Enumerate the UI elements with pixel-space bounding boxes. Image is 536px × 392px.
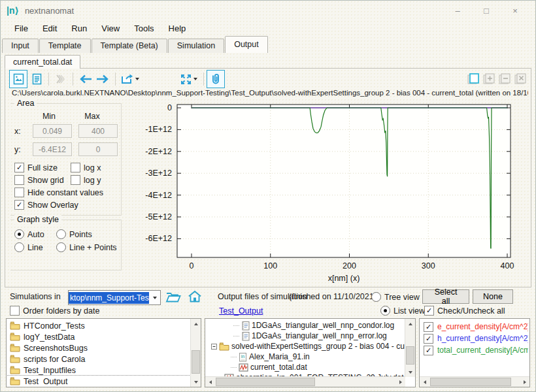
tree-view-radio[interactable]: Tree view [371,292,420,302]
scrollbar-thumb[interactable] [192,350,200,374]
fullscreen-button[interactable] [176,70,201,88]
checkbox-box[interactable] [14,188,24,197]
list-view-radio[interactable]: List view [380,306,425,316]
menu-tools[interactable]: Tools [127,22,161,35]
tree-item-solved-withexpertsettings-group-2-bias-0[interactable]: solved-withExpertSettings_group 2 - bias… [207,341,405,351]
tab-output[interactable]: Output [225,36,268,53]
radio-line-points[interactable]: Line + Points [56,242,119,252]
check-uncheck-all-box[interactable]: ✓ [424,306,434,316]
scroll-up-icon[interactable] [191,319,201,329]
scrollbar-thumb[interactable] [216,378,315,386]
checkbox-box[interactable]: ✓ [14,163,24,172]
graph-view-button[interactable] [9,70,27,88]
scroll-up-icon[interactable] [405,319,415,329]
radio-auto[interactable]: Auto [14,229,56,239]
tab-template-beta[interactable]: Template (Beta) [92,39,167,53]
list-view-radio-circle[interactable] [380,306,390,316]
folder-item-htcondor-tests[interactable]: HTCondor_Tests [7,320,190,331]
tab-current-total-dat[interactable]: current_total.dat [5,55,80,69]
close-page-button[interactable] [514,73,527,86]
series-item-h-current-density-a-cm-2[interactable]: ✓h_current_density[A/cm^2] [420,333,528,344]
scroll-down-icon[interactable] [191,377,201,387]
radio-circle[interactable] [56,229,66,239]
add-page-button[interactable] [482,73,495,86]
none-button[interactable]: None [473,289,513,304]
series-checkbox[interactable]: ✓ [424,334,433,344]
text-view-button[interactable] [27,70,46,88]
folder-item-scripts-for-carola[interactable]: scripts for Carola [7,353,190,365]
scrollbar-thumb[interactable] [406,346,414,365]
menu-edit[interactable]: Edit [35,22,64,35]
tab-simulation[interactable]: Simulation [168,39,224,53]
scroll-left-icon[interactable] [420,377,429,387]
radio-line[interactable]: Line [14,242,56,252]
series-checkbox[interactable]: ✓ [424,346,433,355]
layers-button[interactable] [52,70,70,88]
minimize-button[interactable]: – [443,6,472,16]
order-folders-checkbox[interactable]: Order folders by date [10,306,99,316]
checkbox-show-overlay[interactable]: ✓Show Overlay [14,200,114,210]
simulations-folder-dropdown[interactable]: ktop\nnm_Support-Testing [68,290,161,305]
select-all-button[interactable]: Select all [422,289,469,304]
tab-input[interactable]: Input [2,39,39,53]
tree-item-1dgaas-triangular-well-nnp-condor-log[interactable]: 1DGaAs_triangular_well_nnp_condor.log [207,320,405,331]
new-compare-page-button[interactable] [467,73,480,86]
checkbox-hide-constant-values[interactable]: Hide constant values [14,188,114,197]
test-output-link[interactable]: Test_Output [219,306,263,316]
close-button[interactable]: × [501,6,529,16]
folder-item-screenshotsbugs[interactable]: ScreenshotsBugs [7,342,190,353]
attach-overlay-button[interactable] [207,70,225,88]
folder-item-test-inputfiles[interactable]: Test_Inputfiles [7,365,190,376]
home-button[interactable] [188,290,202,303]
folder-item-test-output[interactable]: Test_Output [7,376,190,385]
tab-template[interactable]: Template [39,39,91,53]
browse-folder-button[interactable] [165,291,181,303]
scroll-right-icon[interactable] [395,377,405,387]
tree-item-alex-maria-91-in[interactable]: inAlex_Maria_91.in [207,351,405,362]
series-item-e-current-density-a-cm-2[interactable]: ✓e_current_density[A/cm^2] [420,321,528,333]
forward-button[interactable] [94,70,112,88]
x-max-field[interactable] [78,124,118,138]
back-button[interactable] [76,70,94,88]
tree-expander-icon[interactable] [211,344,217,350]
menu-help[interactable]: Help [161,22,193,35]
checkbox-log-x[interactable]: log x [71,163,114,172]
y-min-field[interactable] [33,142,72,156]
folders-vertical-scrollbar[interactable] [190,319,201,387]
radio-points[interactable]: Points [56,229,119,239]
checkbox-log-y[interactable]: log y [71,175,114,185]
radio-circle[interactable] [14,242,24,252]
combo-arrow-icon[interactable] [149,291,160,304]
radio-circle[interactable] [56,242,66,252]
checkbox-box[interactable] [14,175,24,185]
x-min-field[interactable] [33,124,72,138]
chart-area[interactable]: 01002003004000-1E+12-2E+12-3E+12-4E+12-5… [122,97,529,286]
checkbox-box[interactable]: ✓ [14,200,24,210]
series-item-total-current-density-a-cm-2[interactable]: ✓total_current_density[A/cm^2] [420,344,528,356]
tree-horizontal-scrollbar[interactable] [205,376,405,387]
scrollbar-thumb[interactable] [430,378,511,386]
check-uncheck-all-checkbox[interactable]: ✓ Check/Uncheck all [424,306,505,316]
folder-item-logy-testdata[interactable]: logY_testData [7,331,190,342]
remove-page-button[interactable] [498,73,511,86]
series-checkbox[interactable]: ✓ [424,322,433,332]
tree-item-1dgaas-triangular-well-nnp-error-log[interactable]: 1DGaAs_triangular_well_nnp_error.log [207,331,405,341]
checkbox-box[interactable] [71,163,80,172]
radio-circle[interactable] [14,229,24,239]
menu-view[interactable]: View [94,22,127,35]
tree-item-current-total-dat[interactable]: current_total.dat [207,362,405,372]
series-horizontal-scrollbar[interactable] [420,376,529,387]
scroll-right-icon[interactable] [520,377,529,387]
maximize-button[interactable]: □ [472,6,501,16]
checkbox-full-size[interactable]: ✓Full size [14,163,71,172]
menu-run[interactable]: Run [64,22,94,35]
current-density-chart[interactable]: 01002003004000-1E+12-2E+12-3E+12-4E+12-5… [122,97,536,286]
tree-view-radio-circle[interactable] [371,292,381,302]
tree-vertical-scrollbar[interactable] [405,319,415,377]
export-button[interactable] [118,70,142,88]
order-folders-checkbox-box[interactable] [10,306,20,316]
checkbox-show-grid[interactable]: Show grid [14,175,71,185]
menu-file[interactable]: File [7,22,35,35]
y-max-field[interactable] [78,142,118,156]
checkbox-box[interactable] [71,175,80,185]
